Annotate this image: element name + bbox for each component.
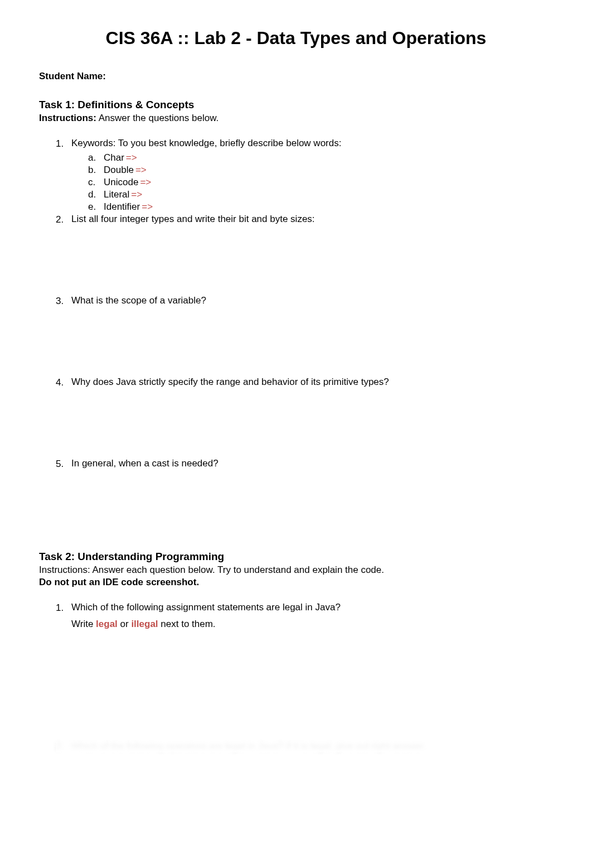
task2-question-1: 1. Which of the following assignment sta… xyxy=(56,602,553,630)
sub-letter: d. xyxy=(88,189,104,200)
arrow-icon: => xyxy=(135,165,147,176)
question-number: 5. xyxy=(56,458,71,470)
question-1: 1. Keywords: To you best knowledge, brie… xyxy=(56,138,553,150)
answer-space xyxy=(56,391,553,458)
sub-item-c: c. Unicode => xyxy=(88,177,553,188)
question-number: 2. xyxy=(56,214,71,225)
answer-space xyxy=(56,228,553,295)
sub-text: Char xyxy=(104,152,124,163)
question-2: 2. List all four integer types and write… xyxy=(56,214,553,225)
task1-instructions: Instructions: Answer the questions below… xyxy=(39,113,553,124)
question-text: Why does Java strictly specify the range… xyxy=(71,377,553,388)
question-number: 3. xyxy=(56,295,71,307)
arrow-icon: => xyxy=(126,152,137,163)
sub-letter: e. xyxy=(88,201,104,213)
question-number: 4. xyxy=(56,377,71,388)
question-number: 1. xyxy=(56,138,71,150)
question-number: 1. xyxy=(56,602,71,630)
question-text: Keywords: To you best knowledge, briefly… xyxy=(71,138,553,150)
instructions-label: Instructions: xyxy=(39,113,96,123)
question-text: Which of the following assignment statem… xyxy=(71,602,553,630)
arrow-icon: => xyxy=(142,201,153,213)
sub-item-e: e. Identifier => xyxy=(88,201,553,213)
question-4: 4. Why does Java strictly specify the ra… xyxy=(56,377,553,388)
sub-item-a: a. Char => xyxy=(88,152,553,163)
sub-text: Double xyxy=(104,165,134,176)
question-5: 5. In general, when a cast is needed? xyxy=(56,458,553,470)
task2-instructions: Instructions: Answer each question below… xyxy=(39,565,553,576)
student-name-label: Student Name: xyxy=(39,71,553,82)
task2-questions: 1. Which of the following assignment sta… xyxy=(56,602,553,630)
sub-text: Unicode xyxy=(104,177,138,188)
faded-preview: 2. Which of the following operators are … xyxy=(56,741,553,753)
task2-heading: Task 2: Understanding Programming xyxy=(39,551,553,563)
page-title: CIS 36A :: Lab 2 - Data Types and Operat… xyxy=(39,28,553,49)
illegal-text: illegal xyxy=(131,619,158,629)
task2-note: Do not put an IDE code screenshot. xyxy=(39,577,553,588)
next-text: next to them. xyxy=(158,619,216,629)
sub-letter: c. xyxy=(88,177,104,188)
sub-letter: a. xyxy=(88,152,104,163)
q1-sublist: a. Char => b. Double => c. Unicode => d.… xyxy=(88,152,553,213)
answer-space xyxy=(56,472,553,539)
question-text: What is the scope of a variable? xyxy=(71,295,553,307)
sub-letter: b. xyxy=(88,165,104,176)
question-text: List all four integer types and write th… xyxy=(71,214,553,225)
arrow-icon: => xyxy=(140,177,151,188)
write-text: Write xyxy=(71,619,96,629)
q1-line1: Which of the following assignment statem… xyxy=(71,602,553,613)
arrow-icon: => xyxy=(131,189,142,200)
legal-text: legal xyxy=(96,619,118,629)
sub-text: Identifier xyxy=(104,201,140,213)
question-3: 3. What is the scope of a variable? xyxy=(56,295,553,307)
q1-line2: Write legal or illegal next to them. xyxy=(71,619,553,630)
answer-space xyxy=(56,310,553,377)
fade-overlay xyxy=(56,741,553,753)
or-text: or xyxy=(118,619,132,629)
question-text: In general, when a cast is needed? xyxy=(71,458,553,470)
sub-item-d: d. Literal => xyxy=(88,189,553,200)
sub-item-b: b. Double => xyxy=(88,165,553,176)
instructions-text: Answer the questions below. xyxy=(96,113,219,123)
task1-questions: 1. Keywords: To you best knowledge, brie… xyxy=(56,138,553,539)
sub-text: Literal xyxy=(104,189,129,200)
task1-heading: Task 1: Definitions & Concepts xyxy=(39,99,553,111)
